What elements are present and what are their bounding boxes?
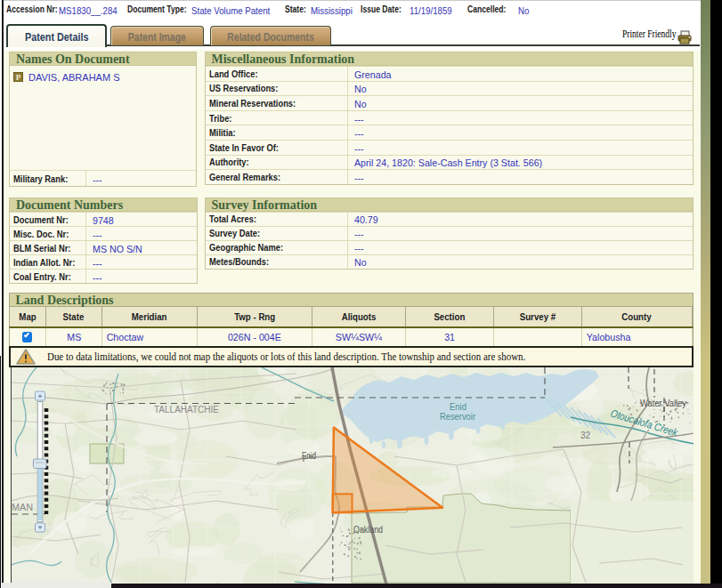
svg-text:Enid: Enid (302, 450, 316, 461)
svg-text:Reservoir: Reservoir (440, 412, 476, 422)
svg-text:Oakland: Oakland (353, 524, 383, 535)
svg-text:TALLAHATCHIE: TALLAHATCHIE (154, 405, 219, 415)
svg-text:Enid: Enid (450, 402, 466, 412)
svg-text:Water Valley: Water Valley (640, 398, 686, 408)
svg-text:32: 32 (580, 431, 591, 440)
svg-text:MAN: MAN (12, 503, 33, 512)
